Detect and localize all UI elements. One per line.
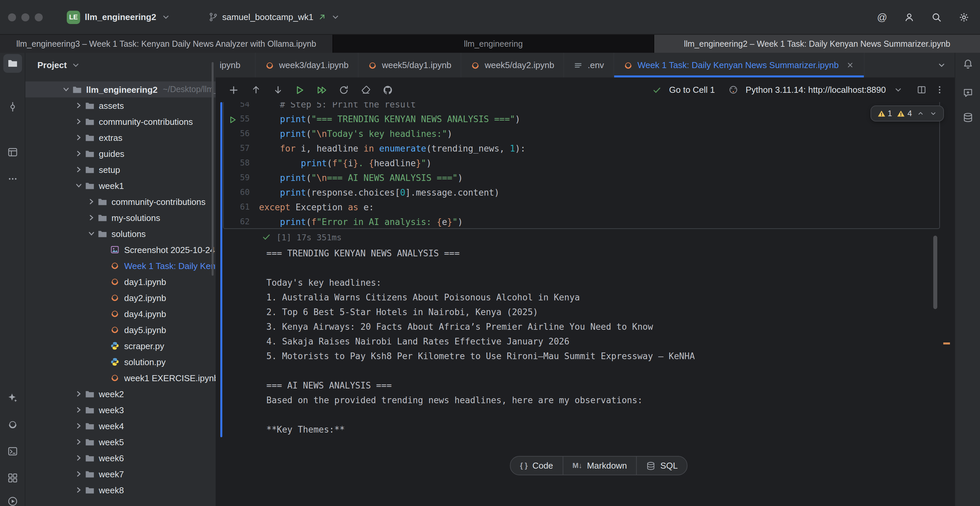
mentions-icon[interactable]: @	[877, 12, 887, 22]
cell-code-lines[interactable]: 54 # Step 5: Print the result55 print("=…	[224, 102, 939, 229]
close-icon[interactable]	[846, 61, 855, 69]
jupyter-icon[interactable]	[3, 415, 22, 434]
search-everywhere-icon[interactable]	[931, 12, 942, 22]
tree-item[interactable]: week1 EXERCISE.ipynb	[25, 370, 216, 386]
tree-item[interactable]: solution.py	[25, 354, 216, 370]
inspections-widget[interactable]: 1 4	[870, 105, 944, 121]
more-options-button[interactable]	[933, 85, 945, 95]
tree-item[interactable]: assets	[25, 97, 216, 113]
add-markdown-cell-button[interactable]: M↓ Markdown	[563, 457, 637, 475]
clear-outputs-icon[interactable]	[360, 84, 372, 95]
code-line[interactable]: 54 # Step 5: Print the result	[224, 102, 939, 111]
editor-tab[interactable]: week5/day1.ipynb	[358, 53, 461, 78]
tree-item[interactable]: week5	[25, 434, 216, 450]
editor-tab[interactable]: Week 1 Task: Daily Kenyan News Summarize…	[614, 53, 865, 78]
add-code-cell-button[interactable]: { } Code	[511, 457, 563, 475]
run-all-icon[interactable]	[316, 84, 328, 95]
kernel-selector[interactable]: Python 3.11.14: http://localhost:8890	[746, 85, 886, 95]
ai-chat-icon[interactable]	[959, 83, 977, 102]
chevron-right-icon[interactable]	[73, 100, 84, 111]
panel-scrollbar[interactable]	[212, 62, 214, 276]
split-view-button[interactable]	[915, 85, 927, 95]
code-line[interactable]: 56 print("\nToday's key headlines:")	[224, 126, 939, 141]
prev-problem-button[interactable]	[916, 110, 924, 118]
editor-tab[interactable]: week5/day2.ipynb	[461, 53, 564, 78]
tree-item[interactable]: community-contributions	[25, 194, 216, 210]
ai-assistant-icon[interactable]	[3, 388, 22, 407]
code-with-me-icon[interactable]	[904, 12, 915, 22]
tree-item[interactable]: solutions	[25, 226, 216, 242]
branch-widget[interactable]: samuel_bootcamp_wk1	[203, 10, 345, 25]
chevron-right-icon[interactable]	[73, 132, 84, 143]
commit-icon[interactable]	[3, 97, 22, 116]
chevron-right-icon[interactable]	[73, 420, 84, 431]
tree-item[interactable]: extras	[25, 129, 216, 146]
chevron-down-icon[interactable]	[892, 85, 904, 95]
tree-item[interactable]: day4.ipynb	[25, 306, 216, 322]
chevron-right-icon[interactable]	[73, 148, 84, 159]
project-widget[interactable]: LE llm_engineering2	[61, 8, 176, 26]
editor-tab[interactable]: week3/day1.ipynb	[256, 53, 358, 78]
database-icon[interactable]	[959, 108, 977, 127]
editor-tab[interactable]: .env	[564, 53, 614, 78]
add-sql-cell-button[interactable]: SQL	[637, 457, 687, 475]
code-line[interactable]: 58 print(f"{i}. {headline}")	[224, 156, 939, 170]
tree-item[interactable]: day2.ipynb	[25, 290, 216, 306]
tree-item[interactable]: week6	[25, 450, 216, 466]
chevron-down-icon[interactable]	[86, 228, 97, 239]
notifications-bell-icon[interactable]	[959, 55, 977, 73]
window-tab[interactable]: llm_engineering	[333, 35, 654, 53]
run-circle-icon[interactable]	[3, 492, 22, 506]
github-icon[interactable]	[382, 84, 394, 95]
code-line[interactable]: 60 print(response.choices[0].message.con…	[224, 185, 939, 200]
code-line[interactable]: 57 for i, headline in enumerate(trending…	[224, 141, 939, 156]
chevron-right-icon[interactable]	[73, 453, 84, 463]
tree-item[interactable]: week2	[25, 386, 216, 402]
chevron-right-icon[interactable]	[86, 196, 97, 207]
tree-item[interactable]: llm_engineering2~/Desktop/llm_en	[25, 81, 216, 97]
structure-icon[interactable]	[3, 143, 22, 162]
window-tab[interactable]: llm_engineering2 – Week 1 Task: Daily Ke…	[654, 35, 980, 53]
code-line[interactable]: 55 print("=== TRENDING KENYAN NEWS ANALY…	[224, 111, 939, 126]
python-console-icon[interactable]	[3, 442, 22, 461]
project-panel-header[interactable]: Project	[25, 53, 216, 78]
editor-scrollbar[interactable]	[933, 235, 937, 309]
chevron-down-icon[interactable]	[60, 84, 72, 95]
tree-item[interactable]: week4	[25, 418, 216, 434]
tree-item[interactable]: Screenshot 2025-10-24 at	[25, 242, 216, 258]
chevron-right-icon[interactable]	[73, 116, 84, 127]
hidden-tabs-button[interactable]	[937, 60, 947, 70]
editor-tab[interactable]: ipynb	[216, 53, 256, 78]
tree-item[interactable]: scraper.py	[25, 338, 216, 354]
tree-item[interactable]: community-contributions	[25, 113, 216, 129]
restart-kernel-icon[interactable]	[338, 84, 350, 95]
chevron-right-icon[interactable]	[73, 404, 84, 415]
window-tab[interactable]: llm_engineering3 – Week 1 Task: Kenyan D…	[0, 35, 333, 53]
tree-item[interactable]: Week 1 Task: Daily Kenyan	[25, 258, 216, 274]
add-cell-icon[interactable]	[228, 84, 240, 95]
services-icon[interactable]	[3, 469, 22, 487]
next-problem-button[interactable]	[929, 110, 937, 118]
tree-item[interactable]: guides	[25, 146, 216, 162]
tree-item[interactable]: week8	[25, 482, 216, 498]
notebook-canvas[interactable]: 54 # Step 5: Print the result55 print("=…	[216, 102, 955, 506]
chevron-right-icon[interactable]	[73, 388, 84, 399]
chevron-right-icon[interactable]	[73, 485, 84, 495]
settings-icon[interactable]	[959, 12, 969, 22]
tree-item[interactable]: day1.ipynb	[25, 274, 216, 290]
minimize-window-button[interactable]	[21, 13, 29, 21]
run-cell-icon[interactable]	[294, 84, 306, 95]
project-folder-icon[interactable]	[3, 54, 22, 73]
tree-item[interactable]: setup	[25, 162, 216, 178]
tree-item[interactable]: my-solutions	[25, 210, 216, 226]
code-line[interactable]: 59 print("\n=== AI NEWS ANALYSIS ===")	[224, 170, 939, 185]
zoom-window-button[interactable]	[35, 13, 43, 21]
tree-item[interactable]: week3	[25, 402, 216, 418]
move-up-icon[interactable]	[250, 85, 262, 95]
chevron-right-icon[interactable]	[73, 164, 84, 175]
chevron-right-icon[interactable]	[86, 212, 97, 223]
code-line[interactable]: 62 print(f"Error in AI analysis: {e}")	[224, 214, 939, 229]
close-window-button[interactable]	[8, 13, 16, 21]
tree-item[interactable]: week1	[25, 178, 216, 194]
tree-item[interactable]: day5.ipynb	[25, 322, 216, 338]
